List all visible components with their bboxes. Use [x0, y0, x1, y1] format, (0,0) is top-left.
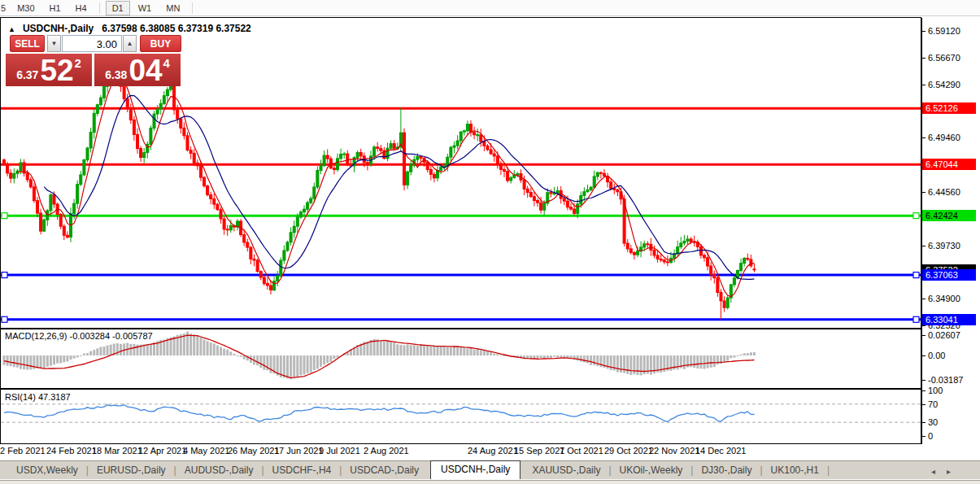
price-marker-6.42424: 6.42424	[922, 210, 976, 221]
chart-symbol-label: USDCNH-,Daily	[23, 23, 94, 34]
axis-date-label: 24 Feb 2021	[46, 446, 97, 456]
tab-eurusd-daily[interactable]: EURUSD-,Daily	[89, 462, 174, 479]
chart-title: ▲USDCNH-,Daily6.37598 6.38085 6.37319 6.…	[8, 23, 251, 34]
tab-dj30-daily[interactable]: DJ30-,Daily	[693, 462, 760, 479]
axis-date-label: 15 Sep 2021	[514, 446, 564, 456]
price-marker-6.37063: 6.37063	[922, 269, 976, 281]
axis-tick	[921, 325, 926, 326]
buy-button[interactable]: BUY	[140, 35, 181, 52]
sell-price-big: 52	[40, 55, 73, 85]
price-marker-6.33041: 6.33041	[922, 314, 976, 325]
tab-scroll-arrows[interactable]: ◂▸	[931, 467, 962, 476]
axis-price-label: 6.44560	[928, 187, 960, 197]
axis-tick	[921, 299, 926, 299]
sell-price-sup: 2	[75, 56, 81, 70]
axis-price-label: 0.02607	[928, 330, 960, 340]
buy-price-sup: 4	[163, 56, 170, 70]
tab-scroll-left-icon[interactable]: ◂	[931, 467, 947, 476]
axis-price-label: 6.49460	[928, 133, 960, 142]
price-marker-6.47044: 6.47044	[922, 159, 976, 170]
tab-ukoil-weekly[interactable]: UKOil-,Weekly	[612, 462, 691, 479]
volume-decrease-button[interactable]: ▼	[47, 35, 61, 52]
axis-price-label: 6.39730	[928, 241, 960, 251]
one-click-trade-panel: SELL ▼ 3.00 ▲ BUY 6.37 52 2 6.38 04 4	[6, 35, 181, 86]
axis-tick	[921, 436, 926, 437]
axis-date-label: 2 Aug 2021	[364, 446, 409, 456]
axis-date-label: 22 Nov 2021	[649, 446, 699, 456]
axis-tick	[921, 192, 926, 193]
rsi-line	[4, 405, 755, 422]
sell-price-box[interactable]: 6.37 52 2	[6, 54, 92, 86]
buy-price-big: 04	[128, 55, 162, 85]
tab-xauusd-daily[interactable]: XAUUSD-,Daily	[524, 462, 608, 479]
collapse-triangle-icon[interactable]: ▲	[8, 25, 15, 33]
axis-price-label: 100	[928, 386, 943, 395]
axis-tick	[921, 31, 926, 32]
application-window: 5M30H1H4D1W1MN ▲USDCNH-,Daily6.37598 6.3…	[0, 0, 980, 484]
volume-input[interactable]: 3.00	[62, 35, 122, 52]
rsi-indicator	[1, 404, 921, 422]
axis-tick	[921, 380, 926, 381]
axis-tick	[921, 422, 926, 423]
axis-date-label: 24 Aug 2021	[468, 446, 518, 456]
tab-separator: |	[827, 464, 830, 479]
tab-usdx-weekly[interactable]: USDX,Weekly	[8, 462, 86, 479]
tab-uk100-h1[interactable]: UK100-,H1	[763, 462, 827, 479]
axis-tick	[921, 137, 926, 138]
arrow-up-icon: ▲	[127, 40, 133, 47]
status-bar	[0, 480, 980, 484]
ma-slow-line	[44, 95, 754, 279]
buy-price-box[interactable]: 6.38 04 4	[94, 54, 181, 86]
axis-date-label: 26 May 2021	[228, 446, 280, 456]
axis-price-label: 6.54290	[928, 80, 960, 89]
chart-ohlc-values: 6.37598 6.38085 6.37319 6.37522	[102, 23, 251, 34]
axis-price-label: 6.56670	[928, 53, 960, 63]
axis-tick	[921, 404, 926, 405]
tab-usdcnh-daily[interactable]: USDCNH-,Daily	[430, 460, 520, 479]
trade-panel-top-row: SELL ▼ 3.00 ▲ BUY	[6, 35, 181, 52]
price-marker-6.52126: 6.52126	[922, 102, 976, 114]
tab-scroll-right-icon[interactable]: ▸	[947, 467, 962, 476]
axis-tick	[921, 246, 926, 246]
axis-price-label: 30	[928, 417, 938, 427]
axis-tick	[921, 85, 926, 85]
chart-tab-bar: USDX,Weekly|EURUSD-,Daily|AUDUSD-,Daily|…	[0, 460, 980, 479]
arrow-down-icon: ▼	[51, 40, 58, 47]
axis-date-label: 2 Feb 2021	[0, 446, 46, 456]
axis-tick	[921, 390, 926, 391]
sell-button[interactable]: SELL	[10, 35, 45, 52]
axis-tick	[921, 335, 926, 336]
axis-date-label: 17 Jun 2021	[274, 446, 324, 456]
axis-price-label: 70	[928, 399, 938, 409]
axis-tick	[921, 355, 926, 356]
axis-tick	[921, 58, 926, 59]
axis-date-label: 9 Jul 2021	[319, 446, 360, 456]
candles	[3, 61, 756, 320]
tab-usdcad-daily[interactable]: USDCAD-,Daily	[342, 462, 427, 479]
axis-date-label: 18 Mar 2021	[92, 446, 142, 456]
macd-label: MACD(12,26,9) -0.003284 -0.005787	[5, 331, 153, 341]
axis-date-label: 14 Dec 2021	[695, 446, 746, 456]
sell-price-small: 6.37	[16, 68, 38, 81]
tab-usdchf-h4[interactable]: USDCHF-,H4	[264, 462, 340, 479]
axis-price-label: 0.00	[928, 351, 945, 360]
axis-date-label: 7 Oct 2021	[560, 446, 603, 456]
tab-audusd-daily[interactable]: AUDUSD-,Daily	[176, 462, 262, 479]
volume-increase-button[interactable]: ▲	[123, 35, 137, 52]
axis-price-label: -0.03187	[928, 375, 963, 385]
rsi-label: RSI(14) 47.3187	[5, 392, 71, 402]
axis-date-label: 12 Apr 2021	[138, 446, 186, 456]
axis-price-label: 6.59120	[928, 26, 960, 36]
buy-price-small: 6.38	[105, 68, 127, 81]
axis-date-label: 4 May 2021	[183, 446, 229, 456]
axis-price-label: 6.34900	[928, 294, 960, 303]
axis-price-label: 0	[928, 431, 933, 441]
axis-date-label: 29 Oct 2021	[604, 446, 653, 456]
